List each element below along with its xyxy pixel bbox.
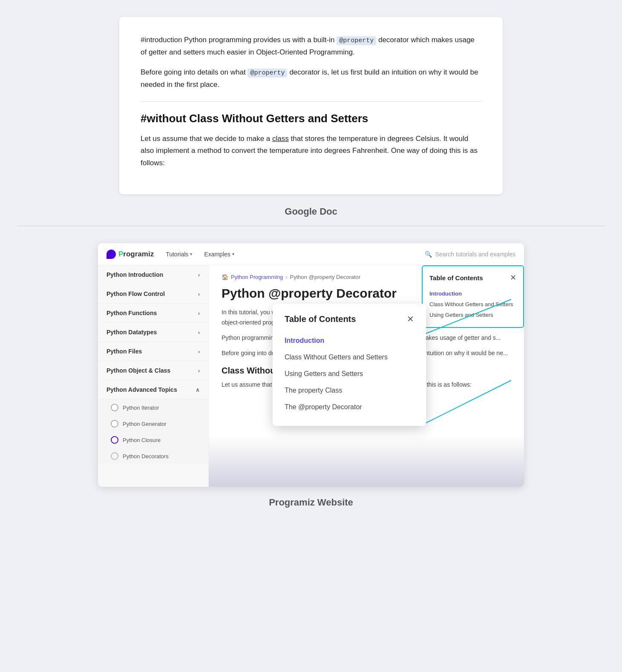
search-placeholder: Search tutorials and examples	[435, 251, 515, 258]
nav-examples[interactable]: Examples ▾	[204, 251, 234, 258]
programiz-label: Programiz Website	[34, 487, 588, 512]
logo-icon	[107, 250, 116, 259]
browser-window: Programiz Tutorials ▾ Examples ▾ 🔍 Searc…	[98, 243, 524, 487]
doc-text-before: Before going into details on what	[141, 68, 246, 76]
subitem-label: Python Decorators	[123, 453, 169, 459]
chevron-right-icon: ›	[198, 291, 200, 297]
nav-examples-label: Examples	[204, 251, 230, 258]
toc-modal-header: Table of Contents ✕	[285, 314, 414, 324]
page-title-text: Python @property Decorator	[222, 286, 397, 300]
sidebar-item-label: Python Functions	[107, 310, 157, 316]
sidebar-subitem-decorators[interactable]: Python Decorators	[98, 448, 208, 464]
sidebar-item-advanced[interactable]: Python Advanced Topics ∧	[98, 380, 208, 399]
sidebar-subitem-iterator[interactable]: Python Iterator	[98, 399, 208, 416]
toc-title-behind: Table of Contents	[429, 274, 483, 281]
breadcrumb-separator: ›	[285, 274, 287, 280]
chevron-right-icon: ›	[198, 368, 200, 374]
chevron-right-icon: ›	[198, 329, 200, 336]
nav-tutorials-label: Tutorials	[166, 251, 188, 258]
sidebar-item-flow-control[interactable]: Python Flow Control ›	[98, 284, 208, 304]
doc-code-1: @property	[337, 36, 376, 45]
toc-modal-item-0[interactable]: Introduction	[285, 333, 414, 349]
toc-item-behind-0[interactable]: Introduction	[429, 288, 516, 299]
chevron-right-icon: ›	[198, 348, 200, 355]
home-icon: 🏠	[222, 274, 228, 280]
doc-class-link[interactable]: class	[272, 135, 289, 143]
sidebar-item-label: Python Files	[107, 348, 142, 355]
google-doc-label: Google Doc	[34, 194, 588, 226]
toc-modal-title: Table of Contents	[285, 314, 356, 324]
doc-paragraph-3: Let us assume that we decide to make a c…	[141, 133, 481, 170]
toc-modal-item-3[interactable]: The property Class	[285, 382, 414, 399]
sidebar: Python Introduction › Python Flow Contro…	[98, 265, 209, 487]
toc-item-behind-1[interactable]: Class Without Getters and Setters	[429, 299, 516, 310]
sidebar-item-functions[interactable]: Python Functions ›	[98, 304, 208, 323]
toc-panel-behind: Table of Contents ✕ Introduction Class W…	[422, 265, 524, 328]
subitem-dot-active	[111, 436, 118, 444]
sidebar-item-introduction[interactable]: Python Introduction ›	[98, 265, 208, 284]
top-section: #introduction Python programming provide…	[0, 0, 622, 226]
doc-text-intro: #introduction Python programming provide…	[141, 36, 334, 44]
chevron-down-icon-2: ▾	[232, 252, 234, 256]
toc-modal-item-4[interactable]: The @property Decorator	[285, 399, 414, 416]
subitem-label: Python Iterator	[123, 405, 159, 411]
search-icon: 🔍	[425, 251, 432, 258]
sidebar-item-label: Python Flow Control	[107, 290, 165, 297]
doc-card: #introduction Python programming provide…	[119, 17, 503, 194]
subitem-dot-default	[111, 452, 118, 460]
logo-text: Programiz	[118, 250, 154, 258]
content-area: 🏠 Python Programming › Python @property …	[209, 265, 524, 487]
search-bar[interactable]: 🔍 Search tutorials and examples	[425, 251, 515, 258]
sidebar-subitem-generator[interactable]: Python Generator	[98, 416, 208, 432]
toc-item-behind-2[interactable]: Using Getters and Setters	[429, 310, 516, 320]
sidebar-item-datatypes[interactable]: Python Datatypes ›	[98, 323, 208, 342]
breadcrumb-current: Python @property Decorator	[290, 274, 360, 280]
toc-modal-close-button[interactable]: ✕	[407, 314, 414, 324]
programiz-logo: Programiz	[107, 250, 154, 259]
logo-p: P	[118, 250, 123, 258]
toc-modal: Table of Contents ✕ Introduction Class W…	[273, 304, 426, 426]
subitem-dot-completed	[111, 404, 118, 411]
nav-tutorials[interactable]: Tutorials ▾	[166, 251, 192, 258]
toc-modal-item-2[interactable]: Using Getters and Setters	[285, 366, 414, 382]
doc-heading: #without Class Without Getters and Sette…	[141, 112, 481, 125]
sidebar-item-label: Python Object & Class	[107, 367, 170, 374]
sidebar-item-files[interactable]: Python Files ›	[98, 342, 208, 361]
subitem-label: Python Generator	[123, 421, 167, 427]
breadcrumb-parent[interactable]: Python Programming	[231, 274, 283, 280]
subitem-dot-completed-2	[111, 420, 118, 428]
chevron-down-icon: ▾	[190, 252, 192, 256]
logo-rest: rogramiz	[123, 250, 154, 258]
toc-modal-item-1[interactable]: Class Without Getters and Setters	[285, 349, 414, 366]
bottom-section: Programiz Tutorials ▾ Examples ▾ 🔍 Searc…	[0, 243, 622, 529]
sidebar-item-object-class[interactable]: Python Object & Class ›	[98, 361, 208, 380]
doc-code-2: @property	[248, 69, 287, 78]
content-overlay	[209, 436, 524, 487]
toc-header-behind: Table of Contents ✕	[429, 273, 516, 282]
doc-paragraph-1: #introduction Python programming provide…	[141, 34, 481, 59]
section-divider	[17, 226, 605, 226]
subitem-label: Python Closure	[123, 437, 161, 443]
doc-paragraph-2: Before going into details on what @prope…	[141, 66, 481, 91]
chevron-right-icon: ›	[198, 272, 200, 278]
programiz-navbar: Programiz Tutorials ▾ Examples ▾ 🔍 Searc…	[98, 243, 524, 265]
toc-close-behind-button[interactable]: ✕	[510, 273, 516, 282]
sidebar-item-label: Python Advanced Topics	[107, 386, 177, 393]
chevron-right-icon: ›	[198, 310, 200, 316]
main-layout: Python Introduction › Python Flow Contro…	[98, 265, 524, 487]
chevron-up-icon: ∧	[196, 387, 200, 393]
doc-text-p3-pre: Let us assume that we decide to make a	[141, 135, 270, 143]
sidebar-item-label: Python Introduction	[107, 271, 163, 278]
sidebar-item-label: Python Datatypes	[107, 329, 157, 336]
doc-divider	[141, 101, 481, 102]
sidebar-subitem-closure[interactable]: Python Closure	[98, 432, 208, 448]
